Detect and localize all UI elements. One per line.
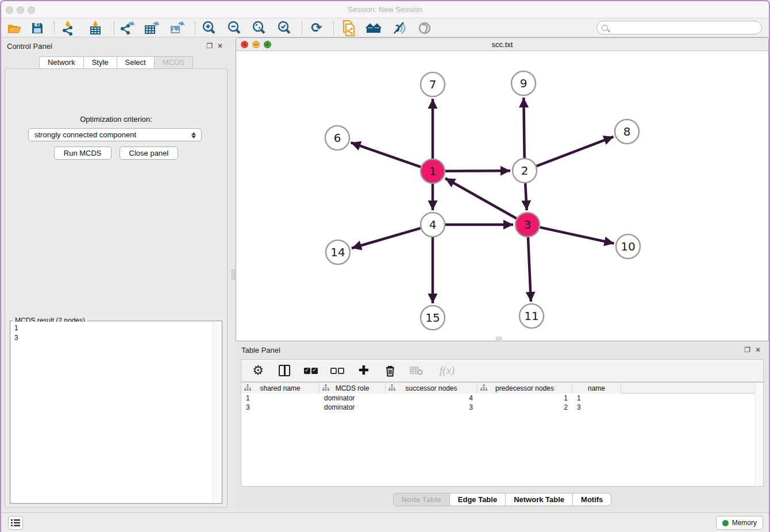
memory-status-icon xyxy=(722,520,729,526)
vertical-splitter[interactable] xyxy=(231,37,236,512)
edge-3-10[interactable] xyxy=(540,228,614,244)
zoom-fit-icon[interactable] xyxy=(249,20,269,36)
table-row[interactable]: 3dominator323 xyxy=(241,403,763,412)
mcds-result-group: MCDS result (2 nodes) 1 3 xyxy=(10,321,222,504)
unselect-all-icon[interactable] xyxy=(330,363,345,378)
column-header-shared-name[interactable]: shared name xyxy=(241,383,319,394)
tab-select[interactable]: Select xyxy=(117,56,155,69)
table-cell: 2 xyxy=(478,403,572,412)
close-panel-button[interactable]: Close panel xyxy=(120,147,179,160)
tab-network-table[interactable]: Network Table xyxy=(506,493,573,506)
export-image-icon[interactable] xyxy=(167,20,187,36)
table-panel-title: Table Panel xyxy=(241,346,280,354)
mcds-result-area[interactable]: 1 3 xyxy=(11,322,221,503)
graph-node-3[interactable]: 3 xyxy=(515,213,540,237)
graph-node-11[interactable]: 11 xyxy=(519,304,544,328)
search-input[interactable] xyxy=(610,24,761,32)
edge-1-6[interactable] xyxy=(351,142,421,167)
delete-icon[interactable] xyxy=(383,363,398,378)
splitter-handle[interactable] xyxy=(232,269,235,280)
column-label: predecessor nodes xyxy=(495,384,554,392)
open-file-icon[interactable] xyxy=(5,20,24,36)
zoom-in-icon[interactable] xyxy=(199,20,219,36)
result-scrollbar[interactable] xyxy=(213,322,221,502)
edge-3-1[interactable] xyxy=(445,178,517,218)
svg-text:4: 4 xyxy=(429,218,437,232)
graph-node-7[interactable]: 7 xyxy=(421,72,445,97)
tab-motifs[interactable]: Motifs xyxy=(573,493,611,506)
graph-node-1[interactable]: 1 xyxy=(421,159,445,183)
first-neighbors-icon[interactable] xyxy=(364,20,383,36)
zoom-selected-icon[interactable] xyxy=(275,20,294,36)
tab-style[interactable]: Style xyxy=(84,56,117,69)
float-panel-icon[interactable]: ❐ xyxy=(206,42,213,50)
save-session-icon[interactable] xyxy=(28,20,47,36)
graph-node-15[interactable]: 15 xyxy=(421,306,445,330)
tab-network[interactable]: Network xyxy=(39,56,84,69)
export-table-icon[interactable] xyxy=(142,20,161,36)
column-header-successor-nodes[interactable]: successor nodes xyxy=(386,383,478,394)
toolbar-separator xyxy=(333,21,334,35)
svg-text:11: 11 xyxy=(524,309,538,323)
network-graph[interactable]: 1234678910111415 xyxy=(236,51,768,341)
svg-text:2: 2 xyxy=(521,164,529,178)
table-scrollbar[interactable] xyxy=(755,383,763,486)
table-cell: 1 xyxy=(572,394,621,403)
svg-text:7: 7 xyxy=(429,78,437,91)
svg-text:14: 14 xyxy=(330,245,345,259)
graph-node-14[interactable]: 14 xyxy=(326,240,350,264)
task-history-icon[interactable] xyxy=(8,516,23,530)
edge-2-9[interactable] xyxy=(523,98,524,158)
refresh-icon[interactable]: ⟳ xyxy=(307,20,326,36)
toolbar-separator xyxy=(302,21,302,35)
column-label: shared name xyxy=(260,384,300,392)
edge-3-11[interactable] xyxy=(528,237,531,302)
mcds-result-lines: 1 3 xyxy=(14,323,18,343)
float-table-panel-icon[interactable]: ❐ xyxy=(744,346,750,354)
delete-table-icon xyxy=(409,363,424,378)
close-table-panel-icon[interactable]: ✕ xyxy=(755,346,761,354)
column-header-name[interactable]: name xyxy=(572,383,621,394)
import-network-icon[interactable] xyxy=(59,20,78,36)
show-all-icon[interactable] xyxy=(415,20,434,36)
edge-1-2[interactable] xyxy=(445,171,510,171)
memory-button[interactable]: Memory xyxy=(716,516,763,530)
import-table-icon[interactable] xyxy=(86,20,106,36)
zoom-out-icon[interactable] xyxy=(225,20,244,36)
edge-4-14[interactable] xyxy=(352,228,421,248)
graph-node-9[interactable]: 9 xyxy=(511,71,536,95)
column-label: MCDS role xyxy=(336,384,369,392)
graph-node-10[interactable]: 10 xyxy=(616,234,640,259)
table-cell: dominator xyxy=(319,394,386,403)
column-layout-icon[interactable] xyxy=(277,363,292,378)
tab-edge-table[interactable]: Edge Table xyxy=(450,493,506,506)
copy-network-icon[interactable] xyxy=(339,20,359,36)
network-splitter-grab[interactable] xyxy=(496,337,502,340)
graph-node-8[interactable]: 8 xyxy=(615,119,639,144)
graph-node-6[interactable]: 6 xyxy=(325,126,349,150)
select-stepper-icon xyxy=(190,130,198,140)
svg-text:8: 8 xyxy=(623,125,631,138)
tab-mcds[interactable]: MCDS xyxy=(155,56,193,69)
select-all-icon[interactable] xyxy=(303,363,318,378)
gear-icon[interactable]: ⚙ xyxy=(251,363,265,378)
graph-node-2[interactable]: 2 xyxy=(513,159,537,183)
export-network-icon[interactable] xyxy=(117,20,137,36)
add-icon[interactable]: ✚ xyxy=(356,363,371,378)
edge-2-8[interactable] xyxy=(537,137,614,166)
table-cell: 3 xyxy=(386,403,478,412)
toolbar-separator xyxy=(195,21,195,35)
hide-selected-icon[interactable] xyxy=(389,20,409,36)
table-row[interactable]: 1dominator411 xyxy=(241,394,763,403)
close-panel-icon[interactable]: ✕ xyxy=(217,42,223,50)
column-header-predecessor-nodes[interactable]: predecessor nodes xyxy=(478,383,572,394)
edge-2-3[interactable] xyxy=(525,183,527,210)
table-cell: 4 xyxy=(386,394,478,403)
graph-node-4[interactable]: 4 xyxy=(421,213,445,237)
tab-node-table[interactable]: Node Table xyxy=(393,493,450,506)
run-mcds-button[interactable]: Run MCDS xyxy=(54,147,111,160)
column-header-mcds-role[interactable]: MCDS role xyxy=(319,383,386,394)
app-window: Session: New Session xyxy=(0,0,770,532)
network-canvas[interactable]: 1234678910111415 xyxy=(236,51,768,341)
optimization-criterion-select[interactable]: strongly connected component xyxy=(28,128,202,141)
